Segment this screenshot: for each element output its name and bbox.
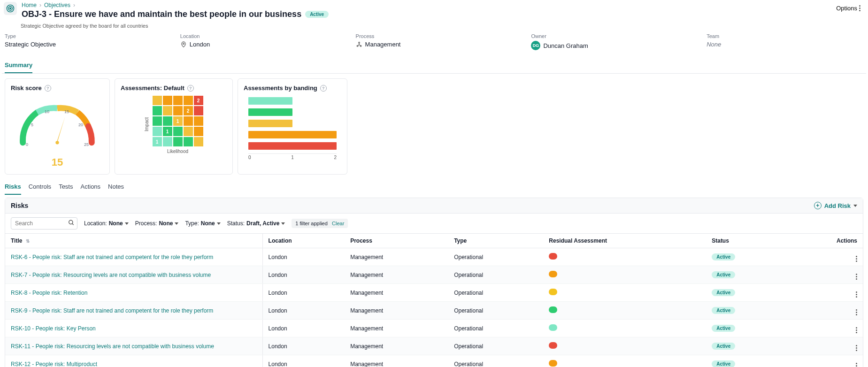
cell-status: Active <box>706 302 788 320</box>
chevron-right-icon: › <box>73 2 75 8</box>
meta-team-value: None <box>707 41 863 48</box>
column-header[interactable]: Status <box>706 234 788 248</box>
cell-type: Operational <box>448 284 543 302</box>
heatmap-cell[interactable] <box>162 116 173 126</box>
heatmap-cell[interactable] <box>152 95 162 106</box>
tab-summary[interactable]: Summary <box>5 58 32 73</box>
card-assessments-heatmap: Assessments: Default ? Impact 22111 Like… <box>115 78 233 175</box>
add-risk-button[interactable]: + Add Risk <box>814 202 857 209</box>
heatmap-cell[interactable] <box>162 106 173 116</box>
cell-location: London <box>262 337 345 355</box>
kebab-icon <box>859 5 860 11</box>
table-row: RSK-10 - People risk: Key PersonLondonMa… <box>5 320 863 337</box>
table-row: RSK-7 - People risk: Resourcing levels a… <box>5 266 863 284</box>
info-icon[interactable]: ? <box>320 85 327 92</box>
risk-link[interactable]: RSK-9 - People risk: Staff are not train… <box>11 307 213 314</box>
risk-link[interactable]: RSK-12 - People risk: Multiproduct <box>11 361 97 367</box>
risk-link[interactable]: RSK-6 - People risk: Staff are not train… <box>11 254 213 260</box>
heatmap-cell[interactable] <box>193 106 204 116</box>
chevron-down-icon <box>281 222 285 225</box>
info-icon[interactable]: ? <box>45 85 51 92</box>
heatmap-cell[interactable] <box>183 95 193 106</box>
risk-link[interactable]: RSK-7 - People risk: Resourcing levels a… <box>11 272 211 278</box>
tab-risks[interactable]: Risks <box>5 179 21 195</box>
filter-status[interactable]: Status: Draft, Active <box>227 220 285 227</box>
cell-process: Management <box>345 266 448 284</box>
column-header[interactable]: Actions <box>788 234 863 248</box>
row-actions-button[interactable] <box>856 327 857 333</box>
row-actions-button[interactable] <box>856 363 857 367</box>
column-header[interactable]: Location <box>262 234 345 248</box>
chevron-down-icon <box>217 222 221 225</box>
heatmap-cell[interactable] <box>193 126 204 137</box>
cell-residual <box>543 337 706 355</box>
tab-notes[interactable]: Notes <box>108 179 124 195</box>
column-header[interactable]: Residual Assessment <box>543 234 706 248</box>
heatmap-cell[interactable] <box>152 126 162 137</box>
filter-location[interactable]: Location: None <box>84 220 129 227</box>
risk-link[interactable]: RSK-11 - People risk: Resourcing levels … <box>11 343 214 350</box>
heatmap-cell[interactable] <box>183 137 193 147</box>
cell-process: Management <box>345 302 448 320</box>
row-actions-button[interactable] <box>856 309 857 315</box>
search-icon[interactable] <box>68 220 75 228</box>
card-risk-score: Risk score ? 0 5 10 15 20 25 <box>5 78 110 175</box>
clear-filters-link[interactable]: Clear <box>332 221 344 226</box>
filter-process[interactable]: Process: None <box>135 220 179 227</box>
heatmap-cell[interactable] <box>173 137 183 147</box>
tab-actions[interactable]: Actions <box>80 179 100 195</box>
risk-link[interactable]: RSK-8 - People risk: Retention <box>11 290 87 296</box>
heatmap-cell[interactable] <box>193 137 204 147</box>
heatmap-cell[interactable] <box>162 137 173 147</box>
heatmap-cell[interactable]: 1 <box>152 137 162 147</box>
heatmap-cell[interactable] <box>152 106 162 116</box>
table-row: RSK-6 - People risk: Staff are not train… <box>5 248 863 266</box>
filter-type[interactable]: Type: None <box>185 220 220 227</box>
column-header[interactable]: Type <box>448 234 543 248</box>
avatar: DG <box>531 41 540 50</box>
options-button[interactable]: Options <box>832 2 864 15</box>
chevron-right-icon: › <box>39 2 41 8</box>
row-actions-button[interactable] <box>856 256 857 262</box>
banding-bar <box>248 108 292 116</box>
chevron-down-icon <box>125 222 129 225</box>
cell-residual <box>543 320 706 337</box>
cell-type: Operational <box>448 266 543 284</box>
cell-location: London <box>262 302 345 320</box>
heatmap-cell[interactable] <box>193 116 204 126</box>
cell-process: Management <box>345 337 448 355</box>
heatmap-cell[interactable] <box>173 106 183 116</box>
table-row: RSK-8 - People risk: RetentionLondonMana… <box>5 284 863 302</box>
tab-tests[interactable]: Tests <box>59 179 73 195</box>
column-header[interactable]: Title ⇅ <box>5 234 262 248</box>
heatmap-cell[interactable]: 1 <box>162 126 173 137</box>
heatmap-cell[interactable] <box>183 126 193 137</box>
row-actions-button[interactable] <box>856 291 857 298</box>
breadcrumb-objectives[interactable]: Objectives <box>44 2 70 8</box>
heatmap-cell[interactable] <box>173 126 183 137</box>
cell-type: Operational <box>448 302 543 320</box>
heatmap-cell[interactable] <box>183 116 193 126</box>
heatmap-cell[interactable] <box>152 116 162 126</box>
row-actions-button[interactable] <box>856 345 857 351</box>
heatmap-cell[interactable]: 1 <box>173 116 183 126</box>
card-assessments-banding: Assessments by banding ? 012 <box>238 78 347 175</box>
cell-status: Active <box>706 266 788 284</box>
heatmap-cell[interactable]: 2 <box>183 106 193 116</box>
row-actions-button[interactable] <box>856 274 857 280</box>
heatmap-cell[interactable]: 2 <box>193 95 204 106</box>
heatmap-y-label: Impact <box>144 117 149 131</box>
column-header[interactable]: Process <box>345 234 448 248</box>
card-heatmap-title: Assessments: Default <box>121 84 184 92</box>
risk-link[interactable]: RSK-10 - People risk: Key Person <box>11 325 96 332</box>
info-icon[interactable]: ? <box>187 85 194 92</box>
heatmap-cell[interactable] <box>173 95 183 106</box>
cell-process: Management <box>345 284 448 302</box>
cell-residual <box>543 355 706 367</box>
cell-residual <box>543 302 706 320</box>
search-input[interactable] <box>11 217 77 229</box>
heatmap-cell[interactable] <box>162 95 173 106</box>
cell-location: London <box>262 355 345 367</box>
breadcrumb-home[interactable]: Home <box>22 2 37 8</box>
tab-controls[interactable]: Controls <box>29 179 51 195</box>
